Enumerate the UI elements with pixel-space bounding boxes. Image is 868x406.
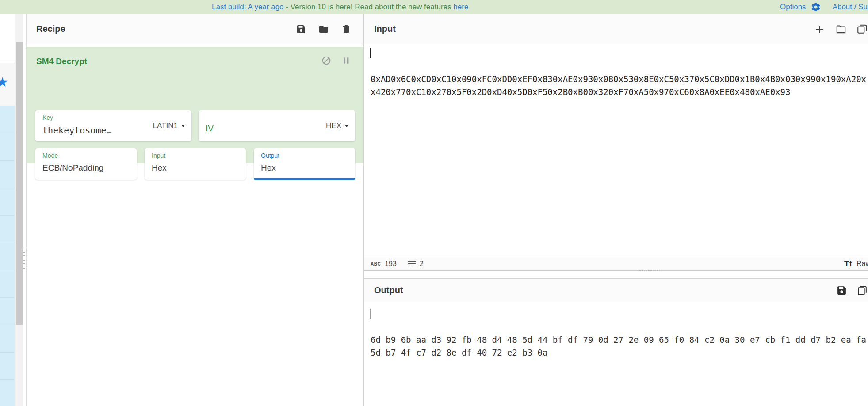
output-format-label: Output bbox=[261, 152, 279, 159]
clear-recipe-trash-icon[interactable] bbox=[341, 24, 352, 34]
add-input-tab-plus-icon[interactable] bbox=[814, 23, 826, 35]
input-line-1: 0xAD0x6C0xCD0xC10x090xFC0xDD0xEF0x830xAE… bbox=[371, 73, 868, 86]
focus-underline bbox=[254, 178, 355, 180]
operations-scrollbar-thumb[interactable] bbox=[16, 42, 23, 325]
favourites-category-header[interactable]: ★ bbox=[0, 63, 15, 106]
chevron-down-icon bbox=[344, 125, 349, 127]
operation-sm4-decrypt[interactable]: SM4 Decrypt Key thekeytosome… LATIN1 IV … bbox=[27, 47, 364, 163]
text-format-icon[interactable]: Tt bbox=[844, 259, 852, 269]
favourite-star-icon: ★ bbox=[0, 76, 8, 89]
character-count: 193 bbox=[385, 260, 397, 268]
input-editor[interactable]: 0xAD0x6C0xCD0xC10x090xFC0xDD0xEF0x830xAE… bbox=[364, 44, 868, 257]
mode-field[interactable]: Mode ECB/NoPadding bbox=[35, 148, 137, 180]
disable-operation-icon[interactable] bbox=[321, 56, 331, 65]
iv-encoding-value: HEX bbox=[326, 121, 341, 130]
load-recipe-folder-icon[interactable] bbox=[318, 24, 329, 34]
output-format-field[interactable]: Output Hex bbox=[254, 148, 355, 180]
operations-list-items[interactable] bbox=[0, 106, 15, 406]
text-cursor bbox=[370, 48, 371, 58]
io-splitter[interactable] bbox=[364, 271, 868, 278]
output-line-2: 5d b7 4f c7 d2 8e df 40 72 e2 b3 0a bbox=[371, 346, 868, 359]
output-format-value[interactable]: Hex bbox=[261, 163, 276, 173]
iv-encoding-dropdown[interactable]: HEX bbox=[326, 110, 349, 141]
input-format-label: Input bbox=[152, 152, 165, 159]
copy-output-icon[interactable] bbox=[857, 285, 868, 296]
banner-message: Last build: A year ago - Version 10 is h… bbox=[212, 0, 468, 14]
input-status-bar: ABC 193 2 Tt Raw bbox=[364, 257, 868, 271]
input-format-field[interactable]: Input Hex bbox=[145, 148, 246, 180]
new-features-here-link[interactable]: here bbox=[453, 3, 468, 11]
breakpoint-pause-icon[interactable] bbox=[342, 56, 351, 65]
last-build-link[interactable]: Last build: A year ago bbox=[212, 3, 284, 11]
about-link[interactable]: About / Support bbox=[833, 3, 868, 11]
iv-label: IV bbox=[206, 124, 214, 133]
input-tabs-icon[interactable] bbox=[857, 23, 868, 35]
operations-scrollbar[interactable] bbox=[15, 14, 23, 406]
chevron-down-icon bbox=[181, 125, 185, 127]
save-output-icon[interactable] bbox=[836, 285, 847, 296]
io-panel: Input 0xAD0x6C0xCD0xC10x090xFC0xDD0xEF0x… bbox=[364, 14, 868, 406]
recipe-header: Recipe bbox=[27, 14, 363, 44]
output-editor[interactable]: 6d b9 6b aa d3 92 fb 48 d4 48 5d 44 bf d… bbox=[364, 302, 868, 406]
iv-field[interactable]: IV HEX bbox=[199, 110, 355, 141]
operations-sidebar: ★ bbox=[0, 14, 15, 406]
key-field[interactable]: Key thekeytosome… LATIN1 bbox=[35, 110, 191, 141]
operation-title: SM4 Decrypt bbox=[36, 57, 87, 66]
key-value[interactable]: thekeytosome… bbox=[42, 125, 112, 136]
input-line-2: x420x770xC10x270x5F0x2D0xD40x5D0xF50x2B0… bbox=[371, 86, 868, 99]
io-splitter-grip[interactable] bbox=[639, 270, 658, 271]
character-count-icon: ABC bbox=[371, 262, 381, 266]
open-file-folder-icon[interactable] bbox=[835, 23, 847, 35]
gear-icon[interactable] bbox=[811, 2, 821, 12]
output-title: Output bbox=[374, 285, 403, 296]
panel-resize-grip-vertical[interactable] bbox=[23, 250, 26, 271]
raw-mode-label[interactable]: Raw bbox=[857, 260, 868, 268]
options-link[interactable]: Options bbox=[780, 3, 806, 11]
recipe-title: Recipe bbox=[36, 24, 65, 34]
key-encoding-dropdown[interactable]: LATIN1 bbox=[153, 110, 185, 141]
output-line-1: 6d b9 6b aa d3 92 fb 48 d4 48 5d 44 bf d… bbox=[371, 334, 868, 346]
output-header: Output bbox=[364, 278, 868, 302]
mode-label: Mode bbox=[42, 152, 58, 159]
input-title: Input bbox=[374, 24, 396, 34]
line-count-icon bbox=[408, 261, 416, 266]
banner-version-text: - Version 10 is here! Read about the new… bbox=[284, 3, 454, 11]
build-banner: Last build: A year ago - Version 10 is h… bbox=[0, 0, 868, 14]
line-count: 2 bbox=[420, 260, 424, 268]
recipe-panel: Recipe SM4 Decrypt Key thekeytosome… LAT… bbox=[26, 14, 363, 406]
save-recipe-icon[interactable] bbox=[296, 24, 306, 34]
key-label: Key bbox=[42, 114, 53, 121]
output-cursor bbox=[370, 309, 371, 319]
mode-value[interactable]: ECB/NoPadding bbox=[42, 163, 103, 173]
input-header: Input bbox=[364, 14, 868, 44]
key-encoding-value: LATIN1 bbox=[153, 121, 178, 130]
input-format-value[interactable]: Hex bbox=[152, 163, 167, 173]
